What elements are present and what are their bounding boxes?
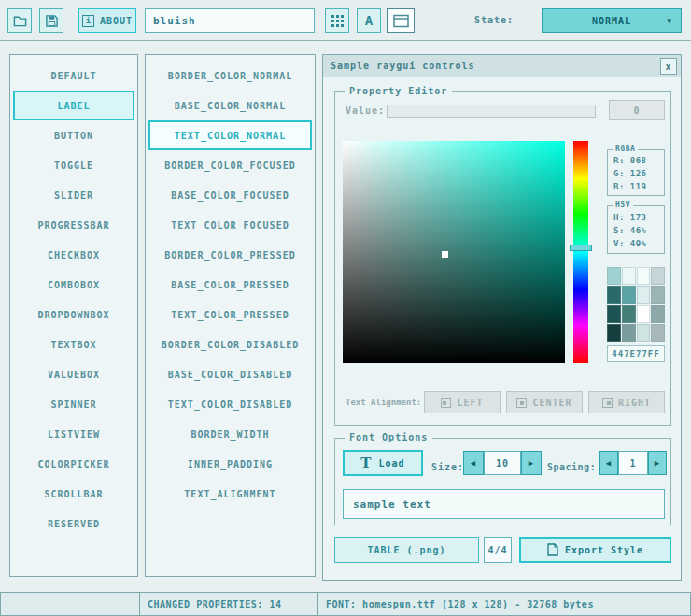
value-box[interactable]: 0	[609, 100, 665, 120]
right-arrow-icon: ▶	[529, 458, 534, 468]
folder-open-icon	[13, 14, 27, 28]
control-item-dropdownbox[interactable]: DROPDOWNBOX	[13, 300, 134, 329]
about-button[interactable]: i ABOUT	[78, 8, 136, 33]
spacing-increase-button[interactable]: ▶	[648, 451, 667, 475]
hsv-group: HSV H: 173 S: 46% V: 49%	[607, 205, 665, 254]
palette-swatch[interactable]	[607, 267, 621, 285]
property-item[interactable]: BORDER_WIDTH	[148, 419, 312, 449]
font-options-group-label: Font Options	[345, 432, 432, 442]
property-item[interactable]: BORDER_COLOR_FOCUSED	[148, 150, 312, 180]
control-item-scrollbar[interactable]: SCROLLBAR	[13, 479, 134, 509]
palette-swatch[interactable]	[607, 286, 621, 303]
color-sv-square[interactable]	[343, 141, 565, 363]
control-item-toggle[interactable]: TOGGLE	[13, 150, 134, 180]
value-label: Value:	[346, 105, 385, 116]
property-item[interactable]: TEXT_ALIGNMENT	[148, 479, 312, 509]
control-item-default[interactable]: DEFAULT	[13, 61, 134, 91]
spacing-decrease-button[interactable]: ◀	[599, 451, 618, 475]
sample-text-input[interactable]	[343, 489, 665, 519]
property-item[interactable]: BASE_COLOR_FOCUSED	[148, 180, 312, 210]
hex-color-input[interactable]: 447E77FF	[607, 345, 665, 362]
control-item-slider[interactable]: SLIDER	[13, 180, 134, 210]
about-button-label: ABOUT	[100, 16, 133, 26]
property-item[interactable]: TEXT_COLOR_PRESSED	[148, 300, 312, 329]
align-center-button[interactable]: CENTER	[506, 391, 583, 413]
palette-swatch[interactable]	[637, 324, 651, 342]
control-item-checkbox[interactable]: CHECKBOX	[13, 240, 134, 270]
sample-window-titlebar[interactable]: Sample raygui controls	[323, 55, 681, 77]
property-item[interactable]: INNER_PADDING	[148, 449, 312, 479]
palette-swatch[interactable]	[651, 286, 665, 303]
statusbar-segment-empty	[0, 592, 140, 616]
palette-swatch[interactable]	[607, 324, 621, 342]
value-slider[interactable]	[387, 105, 596, 118]
color-sv-cursor[interactable]	[442, 251, 448, 258]
font-a-icon: A	[365, 13, 373, 28]
control-item-valuebox[interactable]: VALUEBOX	[13, 359, 134, 389]
property-item[interactable]: BASE_COLOR_NORMAL	[148, 91, 312, 120]
property-item[interactable]: TEXT_COLOR_FOCUSED	[148, 210, 312, 240]
grid-view-button[interactable]	[325, 8, 349, 33]
export-count-label: 4/4	[487, 545, 507, 555]
open-style-button[interactable]	[7, 8, 32, 33]
save-style-button[interactable]	[39, 8, 63, 33]
property-editor-group: Property Editor Value: 0 RGBA R: 068 G: …	[334, 91, 671, 426]
size-decrease-button[interactable]: ◀	[463, 451, 484, 475]
spacing-value-box[interactable]: 1	[618, 451, 648, 475]
control-item-listview[interactable]: LISTVIEW	[13, 419, 134, 449]
palette-swatch[interactable]	[637, 267, 651, 285]
align-left-button[interactable]: LEFT	[424, 391, 501, 413]
control-item-textbox[interactable]: TEXTBOX	[13, 329, 134, 359]
palette-swatch[interactable]	[622, 324, 636, 342]
palette-swatch[interactable]	[637, 286, 651, 303]
control-item-button[interactable]: BUTTON	[13, 120, 134, 150]
palette-swatch[interactable]	[622, 267, 636, 285]
font-button[interactable]: A	[357, 8, 381, 33]
hsv-s-value: S: 46%	[608, 224, 664, 237]
property-item[interactable]: BORDER_COLOR_NORMAL	[148, 61, 312, 91]
rgba-group-label: RGBA	[613, 145, 638, 153]
property-item[interactable]: BORDER_COLOR_DISABLED	[148, 329, 312, 359]
palette-swatch[interactable]	[622, 286, 636, 303]
export-style-button[interactable]: Export Style	[519, 537, 671, 563]
property-item[interactable]: BASE_COLOR_PRESSED	[148, 270, 312, 300]
window-icon	[393, 14, 409, 28]
hsv-v-value: V: 49%	[608, 237, 664, 250]
control-item-label[interactable]: LABEL	[13, 91, 134, 120]
state-dropdown[interactable]: NORMAL ▼	[542, 8, 682, 33]
palette-swatch[interactable]	[651, 267, 665, 285]
left-arrow-icon: ◀	[606, 458, 612, 468]
align-left-icon	[441, 398, 451, 408]
align-right-label: RIGHT	[618, 398, 651, 408]
font-load-button[interactable]: T Load	[343, 450, 423, 476]
palette-swatch[interactable]	[622, 305, 636, 323]
export-file-icon	[547, 543, 558, 556]
property-item[interactable]: BORDER_COLOR_PRESSED	[148, 240, 312, 270]
control-item-reserved[interactable]: RESERVED	[13, 509, 134, 539]
control-item-spinner[interactable]: SPINNER	[13, 389, 134, 419]
window-close-button[interactable]: x	[660, 58, 677, 75]
align-right-button[interactable]: RIGHT	[588, 391, 665, 413]
property-item[interactable]: TEXT_COLOR_DISABLED	[148, 389, 312, 419]
property-item[interactable]: BASE_COLOR_DISABLED	[148, 359, 312, 389]
palette-swatch[interactable]	[651, 324, 665, 342]
control-item-combobox[interactable]: COMBOBOX	[13, 270, 134, 300]
palette-swatch-selected[interactable]	[637, 305, 651, 323]
hue-bar[interactable]	[573, 141, 588, 363]
control-item-colorpicker[interactable]: COLORPICKER	[13, 449, 134, 479]
property-item-selected[interactable]: TEXT_COLOR_NORMAL	[148, 120, 312, 150]
size-increase-button[interactable]: ▶	[521, 451, 542, 475]
size-value-box[interactable]: 10	[484, 451, 521, 475]
rgba-b-value: B: 119	[608, 180, 664, 193]
rgba-g-value: G: 126	[608, 167, 664, 180]
window-style-button[interactable]	[387, 8, 415, 33]
export-count-box[interactable]: 4/4	[484, 537, 512, 563]
palette-swatch[interactable]	[651, 305, 665, 323]
spacing-label: Spacing:	[547, 462, 596, 472]
palette-swatch[interactable]	[607, 305, 621, 323]
style-name-input[interactable]	[145, 8, 315, 33]
control-item-progressbar[interactable]: PROGRESSBAR	[13, 210, 134, 240]
hue-slider-handle[interactable]	[570, 245, 592, 251]
export-table-button[interactable]: TABLE (.png)	[334, 537, 479, 563]
align-right-icon	[602, 398, 613, 408]
